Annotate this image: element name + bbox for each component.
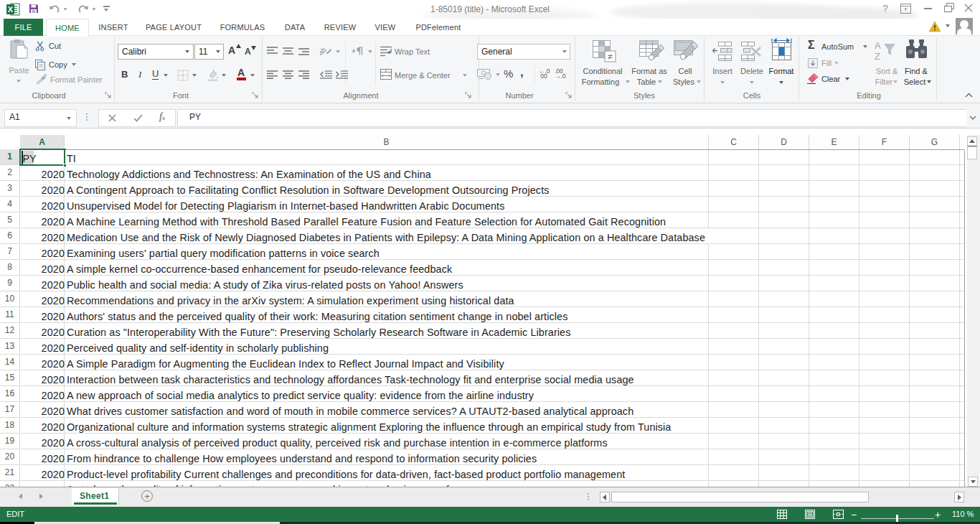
svg-text:A: A (875, 40, 881, 51)
svg-text:≠: ≠ (608, 52, 613, 62)
svg-text:ab: ab (320, 45, 328, 57)
svg-text:Z: Z (875, 51, 880, 62)
svg-text:X: X (8, 5, 14, 14)
